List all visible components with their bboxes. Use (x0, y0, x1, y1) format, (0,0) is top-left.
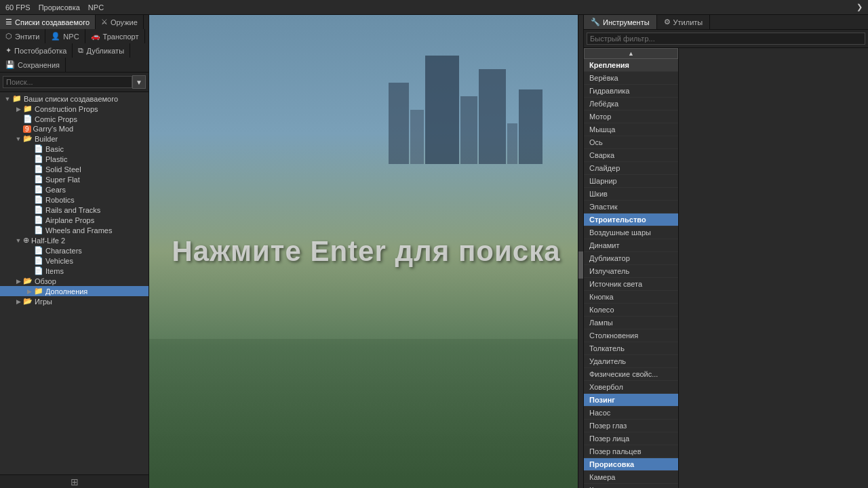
tool-item-thruster[interactable]: Толкатель (584, 342, 678, 355)
tree-item-overview[interactable]: ▶ 📂 Обзор (0, 276, 149, 286)
tool-item-balloons[interactable]: Воздушные шары (584, 226, 678, 239)
tree-toggle-construction-props[interactable]: ▶ (14, 106, 23, 113)
tree-toggle-addons[interactable]: ▶ (24, 288, 34, 295)
tree-item-games[interactable]: ▶ 📂 Игры (0, 296, 149, 306)
addons-label: Дополнения (45, 287, 149, 296)
tool-item-face-poser[interactable]: Позер лица (584, 432, 678, 445)
tool-item-ballsocket[interactable]: Шарнир (584, 175, 678, 188)
tree-item-solid-steel[interactable]: 📄 Solid Steel (0, 164, 149, 174)
tree-item-construction-props[interactable]: ▶ 📁 Construction Props (0, 104, 149, 114)
tree-item-characters[interactable]: 📄 Characters (0, 245, 149, 256)
tool-item-collision[interactable]: Столкновения (584, 329, 678, 342)
rendering-menu[interactable]: Прорисовка (39, 3, 80, 12)
tree-item-robotics[interactable]: 📄 Robotics (0, 195, 149, 205)
tool-item-light[interactable]: Источник света (584, 278, 678, 291)
tool-item-elastic[interactable]: Эластик (584, 201, 678, 214)
tree-toggle-builder[interactable]: ▼ (14, 136, 23, 142)
tab-weapons[interactable]: ⚔ Оружие (96, 15, 144, 29)
tab-saves[interactable]: 💾 Сохранения (0, 58, 66, 72)
tool-group-constraints[interactable]: Крепления (584, 59, 678, 72)
tool-item-camera[interactable]: Камера (584, 471, 678, 484)
tool-item-mouse[interactable]: Мышца (584, 123, 678, 136)
tree-toggle-half-life-2[interactable]: ▼ (14, 237, 23, 244)
tab-entities[interactable]: ⬡ Энтити (0, 29, 45, 43)
tool-item-eye-poser[interactable]: Позер глаз (584, 420, 678, 432)
right-panel: 🔧 Инструменты ⚙ Утилиты ▲ КрепленияВерёв… (583, 15, 868, 488)
right-filter (584, 30, 868, 48)
tree-item-rails-and-tracks[interactable]: 📄 Rails and Tracks (0, 205, 149, 215)
tree-item-addons[interactable]: ▶ 📁 Дополнения (0, 286, 149, 296)
tools-label: Инструменты (603, 18, 650, 26)
overview-folder-icon: 📂 (23, 277, 33, 285)
tree-item-gears[interactable]: 📄 Gears (0, 184, 149, 195)
tool-item-pump[interactable]: Насос (584, 407, 678, 420)
tree-item-airplane-props[interactable]: 📄 Airplane Props (0, 215, 149, 225)
tool-item-pulley[interactable]: Шкив (584, 188, 678, 201)
search-button[interactable]: ▼ (132, 75, 146, 89)
scroll-up-arrow[interactable]: ▲ (584, 48, 678, 59)
comic-props-label: Comic Props (35, 115, 149, 123)
npc-menu[interactable]: NPC (88, 3, 104, 12)
tree-item-wheels-and-frames[interactable]: 📄 Wheels and Frames (0, 225, 149, 235)
tool-item-dynamite[interactable]: Динамит (584, 239, 678, 252)
tree-item-garrys-mod[interactable]: 9 Garry's Mod (0, 124, 149, 134)
tree-toggle-root[interactable]: ▼ (3, 96, 12, 102)
tree[interactable]: ▼ 📁 Ваши списки создаваемого ▶ 📁 Constru… (0, 92, 149, 474)
tool-item-hydraulic[interactable]: Гидравлика (584, 85, 678, 98)
tool-group-construction[interactable]: Строительство (584, 214, 678, 226)
tool-item-lamps[interactable]: Лампы (584, 317, 678, 329)
tree-item-comic-props[interactable]: 📄 Comic Props (0, 114, 149, 124)
tab-postprocess[interactable]: ✦ Постобработка (0, 43, 73, 58)
search-input[interactable] (3, 76, 132, 88)
tool-group-rendering[interactable]: Прорисовка (584, 458, 678, 471)
tab-vehicles[interactable]: 🚗 Транспорт (85, 29, 145, 43)
arrow-right-icon: ❯ (856, 3, 863, 11)
tab-tools[interactable]: 🔧 Инструменты (584, 15, 657, 29)
tool-item-paint[interactable]: Краска (584, 484, 678, 488)
tool-group-posing[interactable]: Позинг (584, 394, 678, 407)
tab-icon: ✦ (5, 46, 12, 55)
tab-npc[interactable]: 👤 NPC (45, 29, 85, 43)
tool-item-motor[interactable]: Мотор (584, 110, 678, 123)
tool-item-slider[interactable]: Слайдер (584, 162, 678, 175)
left-tab-bar: ☰ Списки создаваемого ⚔ Оружие ⬡ Энтити … (0, 15, 149, 73)
center-scrollbar[interactable] (578, 15, 583, 488)
tab-label: Сохранения (18, 61, 60, 69)
center-scrollbar-thumb[interactable] (578, 251, 583, 279)
utilities-label: Утилиты (673, 18, 703, 26)
tab-duplicates[interactable]: ⧉ Дубликаты (73, 43, 130, 58)
tree-toggle-overview[interactable]: ▶ (14, 278, 23, 285)
tree-item-half-life-2[interactable]: ▼ ⊕ Half-Life 2 (0, 235, 149, 245)
tool-item-axis[interactable]: Ось (584, 136, 678, 149)
tree-root[interactable]: ▼ 📁 Ваши списки создаваемого (0, 94, 149, 104)
tool-item-finger-poser[interactable]: Позер пальцев (584, 445, 678, 458)
plastic-item-icon: 📄 (34, 155, 43, 163)
tree-toggle-games[interactable]: ▶ (14, 298, 23, 305)
tree-item-builder[interactable]: ▼ 📂 Builder (0, 134, 149, 144)
tool-item-button[interactable]: Кнопка (584, 291, 678, 304)
tree-item-vehicles-hl2[interactable]: 📄 Vehicles (0, 256, 149, 266)
tab-spawn-lists[interactable]: ☰ Списки создаваемого (0, 15, 96, 29)
airplane-props-label: Airplane Props (45, 216, 149, 224)
tree-item-plastic[interactable]: 📄 Plastic (0, 154, 149, 164)
tab-icon: ⬡ (5, 32, 12, 41)
tab-label: Оружие (111, 18, 138, 26)
garrys-mod-label: Garry's Mod (33, 125, 149, 133)
tool-item-winch[interactable]: Лебёдка (584, 98, 678, 110)
tree-item-basic[interactable]: 📄 Basic (0, 144, 149, 154)
tool-item-physprops[interactable]: Физические свойс... (584, 368, 678, 381)
tool-item-duplicator[interactable]: Дубликатор (584, 252, 678, 265)
tool-item-remover[interactable]: Удалитель (584, 355, 678, 368)
tool-item-wheel[interactable]: Колесо (584, 304, 678, 317)
tool-item-hoverball[interactable]: Ховербол (584, 381, 678, 394)
tab-utilities[interactable]: ⚙ Утилиты (657, 15, 711, 29)
tree-item-items[interactable]: 📄 Items (0, 266, 149, 276)
tool-item-weld[interactable]: Сварка (584, 149, 678, 162)
right-filter-input[interactable] (587, 33, 865, 45)
solid-steel-label: Solid Steel (45, 165, 149, 174)
topbar-right[interactable]: ❯ (856, 3, 863, 12)
tool-detail (679, 48, 868, 488)
tool-item-rope[interactable]: Верёвка (584, 72, 678, 85)
tree-item-super-flat[interactable]: 📄 Super Flat (0, 174, 149, 184)
tool-item-emitter[interactable]: Излучатель (584, 265, 678, 278)
